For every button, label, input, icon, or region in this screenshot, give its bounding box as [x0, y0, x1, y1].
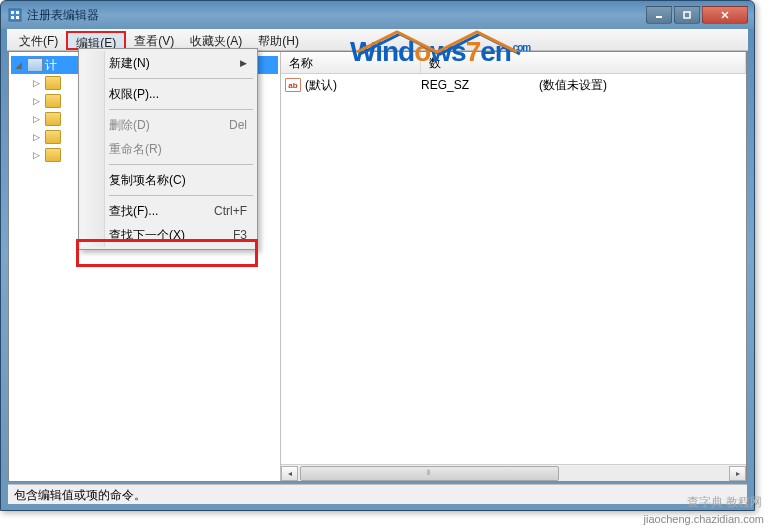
horizontal-scrollbar[interactable]: ◂ ⫴ ▸ [281, 464, 746, 481]
collapse-icon[interactable]: ◢ [15, 60, 25, 70]
watermark-url: jiaocheng.chazidian.com [644, 513, 764, 525]
menu-label: 查找下一个(X) [109, 227, 185, 244]
menu-separator [109, 195, 253, 196]
menu-copy-keyname[interactable]: 复制项名称(C) [81, 168, 255, 192]
menu-file[interactable]: 文件(F) [11, 31, 66, 50]
menu-label: 新建(N) [109, 55, 150, 72]
svg-rect-4 [16, 16, 19, 19]
list-header[interactable]: 名称 数 [281, 52, 746, 74]
window-title: 注册表编辑器 [27, 7, 646, 24]
menu-permissions[interactable]: 权限(P)... [81, 82, 255, 106]
titlebar[interactable]: 注册表编辑器 [1, 1, 754, 29]
menu-shortcut: Del [229, 118, 247, 132]
menu-find-next[interactable]: 查找下一个(X) F3 [81, 223, 255, 247]
svg-rect-3 [11, 16, 14, 19]
expand-icon[interactable]: ▷ [33, 114, 43, 124]
statusbar: 包含编辑值或项的命令。 [8, 484, 747, 504]
minimize-button[interactable] [646, 6, 672, 24]
menu-label: 查找(F)... [109, 203, 158, 220]
menu-new[interactable]: 新建(N) ▶ [81, 51, 255, 75]
list-row[interactable]: ab (默认) REG_SZ (数值未设置) [283, 76, 744, 94]
string-value-icon: ab [285, 78, 301, 92]
menu-separator [109, 78, 253, 79]
menu-label: 重命名(R) [109, 141, 162, 158]
scroll-track[interactable]: ⫴ [298, 466, 729, 481]
menu-label: 删除(D) [109, 117, 150, 134]
list-pane: 名称 数 ab (默认) REG_SZ (数值未设置) ◂ ⫴ ▸ [281, 52, 746, 481]
expand-icon[interactable]: ▷ [33, 150, 43, 160]
status-text: 包含编辑值或项的命令。 [14, 488, 146, 502]
menu-help[interactable]: 帮助(H) [250, 31, 307, 50]
expand-icon[interactable]: ▷ [33, 96, 43, 106]
watermark-brand: 查字典 教程网 [687, 494, 762, 511]
list-body[interactable]: ab (默认) REG_SZ (数值未设置) [281, 74, 746, 481]
folder-icon [45, 94, 61, 108]
menu-label: 权限(P)... [109, 86, 159, 103]
svg-rect-6 [684, 12, 690, 18]
app-icon [7, 7, 23, 23]
menu-delete[interactable]: 删除(D) Del [81, 113, 255, 137]
col-data[interactable]: 数 [421, 52, 746, 73]
folder-icon [45, 148, 61, 162]
value-data: (数值未设置) [539, 77, 607, 94]
computer-icon [27, 58, 43, 72]
menu-shortcut: Ctrl+F [214, 204, 247, 218]
scroll-left-button[interactable]: ◂ [281, 466, 298, 481]
submenu-arrow-icon: ▶ [240, 58, 247, 68]
scroll-right-button[interactable]: ▸ [729, 466, 746, 481]
svg-rect-2 [16, 11, 19, 14]
svg-rect-1 [11, 11, 14, 14]
edit-dropdown-menu: 新建(N) ▶ 权限(P)... 删除(D) Del 重命名(R) 复制项名称(… [78, 48, 258, 250]
menu-label: 复制项名称(C) [109, 172, 186, 189]
col-name[interactable]: 名称 [281, 52, 421, 73]
window-controls [646, 6, 748, 24]
scroll-thumb[interactable]: ⫴ [300, 466, 559, 481]
svg-rect-0 [9, 9, 21, 21]
value-name: (默认) [305, 77, 421, 94]
menu-separator [109, 109, 253, 110]
menu-separator [109, 164, 253, 165]
menu-shortcut: F3 [233, 228, 247, 242]
tree-root-label: 计 [45, 57, 57, 74]
folder-icon [45, 76, 61, 90]
value-type: REG_SZ [421, 78, 539, 92]
folder-icon [45, 130, 61, 144]
folder-icon [45, 112, 61, 126]
maximize-button[interactable] [674, 6, 700, 24]
menu-find[interactable]: 查找(F)... Ctrl+F [81, 199, 255, 223]
expand-icon[interactable]: ▷ [33, 78, 43, 88]
close-button[interactable] [702, 6, 748, 24]
expand-icon[interactable]: ▷ [33, 132, 43, 142]
menu-rename[interactable]: 重命名(R) [81, 137, 255, 161]
